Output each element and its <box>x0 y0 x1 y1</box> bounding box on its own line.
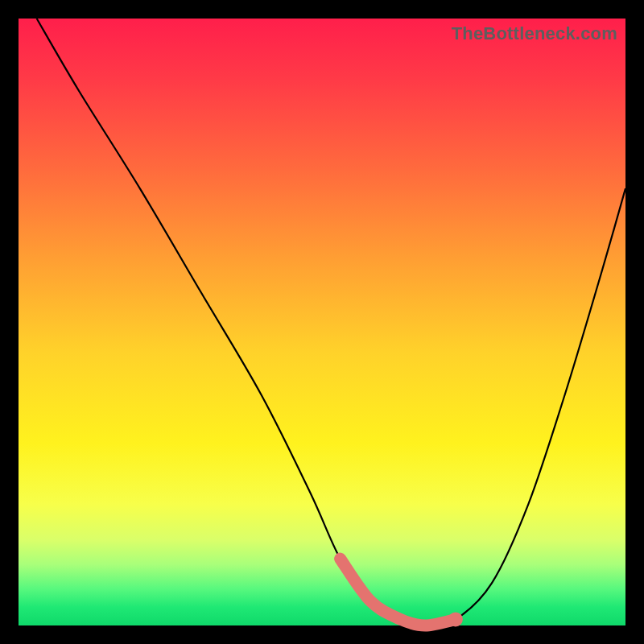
plot-area: TheBottleneck.com <box>19 19 625 625</box>
optimal-zone-end-dot <box>448 612 463 626</box>
optimal-zone-highlight <box>341 559 456 625</box>
curve-layer <box>19 19 625 625</box>
chart-frame: TheBottleneck.com <box>0 0 644 644</box>
bottleneck-curve <box>37 19 625 625</box>
